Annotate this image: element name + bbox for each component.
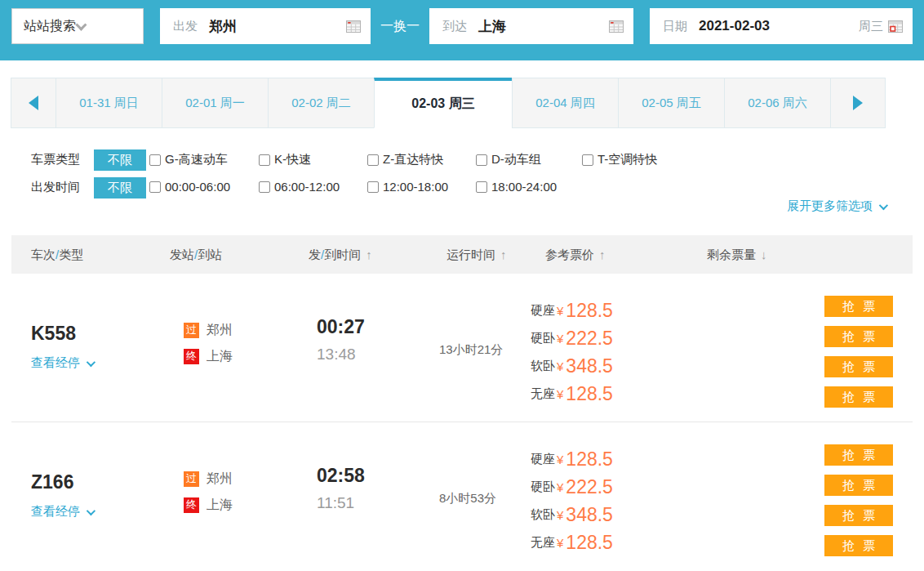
checkbox[interactable] — [259, 154, 270, 166]
date-field[interactable]: 日期 2021-02-03 周三 — [650, 8, 913, 44]
date-tab-0131[interactable]: 01-31 周日 — [56, 78, 162, 128]
checkbox[interactable] — [149, 181, 161, 193]
depart-time-filter-row: 出发时间 不限 00:00-06:00 06:00-12:00 12:00-18… — [0, 177, 924, 199]
swap-label: 一换一 — [380, 18, 420, 35]
departure-station-field[interactable]: 出发 郑州 — [160, 8, 371, 44]
checkbox[interactable] — [476, 181, 487, 193]
header-text: 类型 — [59, 248, 83, 261]
search-mode-label: 站站搜索 — [24, 18, 76, 35]
grab-ticket-button[interactable]: 抢 票 — [824, 326, 893, 347]
expand-more-filters-link[interactable]: 展开更多筛选项 — [787, 199, 886, 214]
train-number: Z166 — [31, 471, 73, 493]
stop-line: 过 郑州 — [184, 319, 233, 341]
seat-class: 硬卧 — [531, 480, 555, 495]
seat-class: 无座 — [531, 535, 555, 551]
seat-class: 无座 — [531, 386, 555, 402]
header-text: 车次 — [31, 248, 56, 261]
calendar-icon[interactable] — [888, 20, 903, 33]
station-picker-icon[interactable] — [346, 20, 361, 33]
grab-ticket-button[interactable]: 抢 票 — [824, 296, 893, 317]
checkbox[interactable] — [582, 154, 593, 166]
arrive-time: 13:48 — [317, 346, 356, 364]
date-tab-label: 02-05 周五 — [642, 96, 701, 111]
expand-more-label: 展开更多筛选项 — [787, 199, 873, 214]
date-tab-0202[interactable]: 02-02 周二 — [268, 78, 375, 128]
date-tab-0203-selected[interactable]: 02-03 周三 — [374, 78, 513, 128]
sort-asc-icon[interactable]: ↑ — [599, 248, 606, 261]
price-line: 无座 ¥ 128.5 — [531, 529, 613, 556]
buy-button-stack: 抢 票 抢 票 抢 票 抢 票 — [824, 444, 893, 565]
grab-ticket-button[interactable]: 抢 票 — [824, 356, 893, 377]
train-number: K558 — [31, 323, 76, 345]
date-tab-0201[interactable]: 02-01 周一 — [162, 78, 269, 128]
pass-badge: 过 — [184, 471, 199, 487]
ticket-type-option-t[interactable]: T-空调特快 — [582, 152, 657, 167]
header-text: 到站 — [198, 248, 222, 261]
date-tab-0204[interactable]: 02-04 周四 — [512, 78, 619, 128]
ticket-type-filter-row: 车票类型 不限 G-高速动车 K-快速 Z-直达特快 D-动车组 T-空调特快 — [0, 149, 924, 171]
date-tab-0206[interactable]: 02-06 周六 — [724, 78, 831, 128]
seat-class: 软卧 — [531, 359, 555, 374]
price-amount: 128.5 — [566, 532, 613, 554]
header-remaining: 剩余票量↓ — [707, 235, 767, 274]
ticket-type-option-g[interactable]: G-高速动车 — [149, 152, 228, 167]
checkbox[interactable] — [149, 154, 161, 166]
view-stops-link[interactable]: 查看经停 — [31, 355, 93, 371]
grab-ticket-button[interactable]: 抢 票 — [824, 505, 893, 526]
results-table-header: 车次/类型 发站/到站 发/到时间↑ 运行时间↑ 参考票价↑ 剩余票量↓ — [11, 235, 913, 274]
arrow-left-icon — [29, 96, 38, 110]
date-value: 2021-02-03 — [699, 18, 770, 34]
checkbox[interactable] — [367, 154, 379, 166]
date-tab-0205[interactable]: 02-05 周五 — [618, 78, 725, 128]
date-tab-label: 02-02 周二 — [291, 96, 351, 111]
depart-time-any-button[interactable]: 不限 — [94, 177, 146, 199]
ticket-type-any-button[interactable]: 不限 — [94, 149, 146, 171]
price-line: 硬卧 ¥ 222.5 — [531, 473, 613, 501]
currency-symbol: ¥ — [557, 536, 563, 550]
weekday-value: 周三 — [859, 19, 883, 34]
seat-class: 硬座 — [531, 303, 555, 319]
grab-ticket-button[interactable]: 抢 票 — [824, 444, 893, 466]
sort-asc-icon[interactable]: ↑ — [500, 248, 507, 261]
ticket-type-option-z[interactable]: Z-直达特快 — [367, 152, 443, 167]
depart-time-option-3[interactable]: 18:00-24:00 — [476, 180, 557, 194]
chevron-down-icon — [87, 506, 96, 515]
chevron-down-icon — [879, 200, 888, 209]
header-text: 发站 — [170, 248, 194, 261]
date-tab-label: 02-06 周六 — [748, 96, 807, 111]
date-tab-label: 02-01 周一 — [185, 96, 245, 111]
view-stops-link[interactable]: 查看经停 — [31, 504, 93, 520]
currency-symbol: ¥ — [557, 508, 563, 522]
grab-ticket-button[interactable]: 抢 票 — [824, 535, 893, 556]
departure-value: 郑州 — [209, 17, 237, 36]
date-label: 日期 — [663, 19, 687, 34]
sort-asc-icon[interactable]: ↑ — [366, 248, 372, 261]
sort-desc-icon[interactable]: ↓ — [761, 248, 767, 261]
option-label: K-快速 — [274, 152, 311, 167]
arrival-station-field[interactable]: 到达 上海 — [429, 8, 633, 44]
checkbox[interactable] — [367, 181, 379, 193]
ticket-type-option-d[interactable]: D-动车组 — [476, 152, 541, 167]
header-text: 剩余票量 — [707, 248, 756, 261]
train-row-z166: Z166 查看经停 过 郑州 终 上海 02:58 11:51 8小时53分 硬… — [11, 422, 913, 571]
station-picker-icon[interactable] — [609, 20, 624, 33]
currency-symbol: ¥ — [557, 453, 563, 466]
ticket-type-option-k[interactable]: K-快速 — [259, 152, 311, 167]
price-amount: 128.5 — [566, 300, 613, 322]
checkbox[interactable] — [259, 181, 270, 193]
ticket-type-label: 车票类型 — [31, 152, 80, 167]
next-dates-button[interactable] — [830, 78, 886, 128]
depart-time-option-0[interactable]: 00:00-06:00 — [149, 180, 230, 194]
search-mode-select[interactable]: 站站搜索 — [11, 8, 144, 44]
grab-ticket-button[interactable]: 抢 票 — [824, 475, 893, 496]
checkbox[interactable] — [476, 154, 487, 166]
depart-time-option-2[interactable]: 12:00-18:00 — [367, 180, 448, 194]
swap-stations-button[interactable]: 一换一 — [371, 8, 429, 44]
grab-ticket-button[interactable]: 抢 票 — [824, 386, 893, 408]
header-text: 发 — [309, 248, 321, 261]
station-name: 上海 — [207, 348, 233, 365]
previous-dates-button[interactable] — [11, 78, 56, 128]
price-amount: 348.5 — [566, 355, 613, 377]
header-duration: 运行时间↑ — [446, 235, 507, 274]
depart-time-option-1[interactable]: 06:00-12:00 — [259, 180, 340, 194]
